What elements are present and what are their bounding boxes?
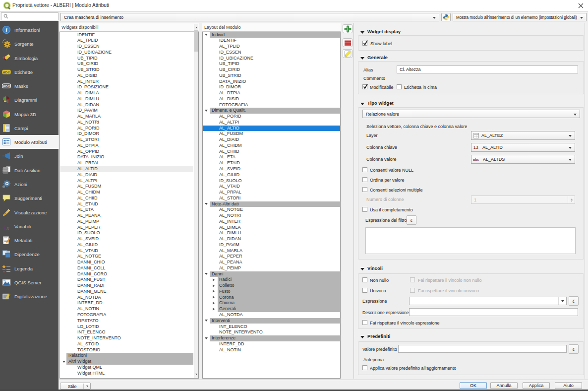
svg-text:x: x (6, 225, 9, 231)
svg-text:ε: ε (3, 222, 6, 230)
svg-text:abc: abc (3, 84, 10, 88)
svg-text:abc: abc (3, 70, 10, 74)
